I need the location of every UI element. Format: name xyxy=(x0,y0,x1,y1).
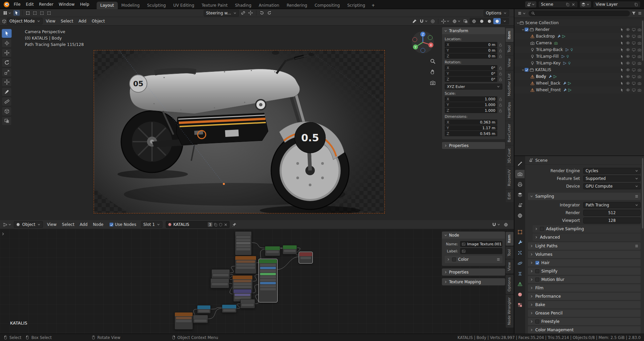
expander-icon[interactable] xyxy=(516,21,519,25)
hide-viewport-icon[interactable] xyxy=(626,34,630,38)
menu-edit[interactable]: Edit xyxy=(23,0,36,9)
panel-color-management[interactable]: Color Management xyxy=(528,326,641,334)
select-box-tool[interactable] xyxy=(2,29,12,38)
workspace-tab-compositing[interactable]: Compositing xyxy=(311,2,343,9)
axis-x-neg-ball[interactable] xyxy=(413,38,417,42)
pan-hand-icon[interactable] xyxy=(430,69,436,75)
view-layer-selector[interactable]: View Layer xyxy=(593,1,641,8)
sample-eyedropper-button[interactable] xyxy=(411,18,418,24)
feature-set-dropdown[interactable]: Supported xyxy=(583,176,641,182)
disable-viewport-icon[interactable] xyxy=(632,61,636,65)
shading-rendered-button[interactable] xyxy=(493,18,501,24)
panel-bake[interactable]: Bake xyxy=(528,301,641,308)
camera-frame[interactable]: 05 0.5 xyxy=(94,50,385,213)
panel-checkbox[interactable] xyxy=(535,320,539,324)
device-dropdown[interactable]: GPU Compute xyxy=(583,183,641,189)
material-users-count[interactable]: 3 xyxy=(208,222,213,227)
subpanel-advanced[interactable]: Advanced xyxy=(533,234,641,241)
properties-tab-render[interactable] xyxy=(515,170,525,178)
snapping-button[interactable] xyxy=(418,18,429,24)
panel-freestyle[interactable]: Freestyle xyxy=(528,318,641,325)
editor-type-button[interactable] xyxy=(2,222,12,228)
open-toolbar-icon[interactable] xyxy=(1,232,5,236)
outliner-row-body[interactable]: Body xyxy=(514,73,644,80)
selectable-icon[interactable] xyxy=(620,41,624,45)
select-mode-extend-button[interactable] xyxy=(32,10,38,16)
disable-viewport-icon[interactable] xyxy=(632,35,636,38)
panel-grease-pencil[interactable]: Grease Pencil xyxy=(528,309,641,317)
workspace-tab-shading[interactable]: Shading xyxy=(231,2,255,9)
disable-render-icon[interactable] xyxy=(638,55,641,58)
hide-viewport-icon[interactable] xyxy=(626,81,630,85)
sidebar-tab-view[interactable]: View xyxy=(506,56,513,70)
outliner-row-camera[interactable]: Camera xyxy=(514,40,644,46)
node-overlays-button[interactable] xyxy=(503,222,509,228)
transform-panel-header[interactable]: Transform xyxy=(442,27,505,34)
panel-light-paths[interactable]: Light Paths xyxy=(528,242,641,250)
hide-viewport-icon[interactable] xyxy=(626,48,630,52)
disable-render-icon[interactable] xyxy=(638,35,641,38)
navigation-gizmo[interactable]: X Y Z xyxy=(411,30,435,54)
properties-tab-object[interactable] xyxy=(515,228,525,236)
node-sidebar-tab-view[interactable]: View xyxy=(506,259,513,274)
select-mode-intersect-button[interactable] xyxy=(46,10,52,16)
shader-node-12[interactable] xyxy=(222,304,237,313)
new-material-icon[interactable] xyxy=(214,223,217,227)
viewport-menu-view[interactable]: View xyxy=(43,17,58,26)
disable-viewport-icon[interactable] xyxy=(632,28,636,32)
color-subpanel[interactable]: Color xyxy=(445,256,502,263)
integrator-dropdown[interactable]: Path Tracing xyxy=(583,202,641,208)
add-cube-tool[interactable] xyxy=(2,107,12,116)
menu-window[interactable]: Window xyxy=(56,0,77,9)
properties-tab-modifiers[interactable] xyxy=(515,238,525,247)
view-layer-browse-button[interactable] xyxy=(580,1,591,8)
texture-mapping-header[interactable]: Texture Mapping xyxy=(442,278,505,285)
properties-tab-scene[interactable] xyxy=(515,201,525,209)
outliner-scrollbar[interactable] xyxy=(642,20,643,61)
selectable-icon[interactable] xyxy=(620,88,624,92)
panel-simplify[interactable]: Simplify xyxy=(528,267,641,275)
editor-type-button[interactable] xyxy=(2,10,12,16)
options-button[interactable]: Options xyxy=(484,10,509,16)
disable-render-icon[interactable] xyxy=(638,88,641,92)
panel-performance[interactable]: Performance xyxy=(528,293,641,300)
link-toggle-button[interactable] xyxy=(240,10,246,16)
viewport-samples-field[interactable]: 128 xyxy=(583,217,641,224)
sidebar-tab-modifier-list[interactable]: Modifier List xyxy=(506,71,513,99)
disable-render-icon[interactable] xyxy=(638,61,641,65)
properties-tab-constraints[interactable] xyxy=(515,270,525,278)
lock-open-icon[interactable] xyxy=(499,72,502,76)
disable-viewport-icon[interactable] xyxy=(632,68,636,72)
new-view-layer-icon[interactable] xyxy=(634,3,638,6)
shader-menu-select[interactable]: Select xyxy=(59,220,77,229)
disable-render-icon[interactable] xyxy=(638,82,641,85)
panel-checkbox[interactable] xyxy=(535,261,539,265)
panel-film[interactable]: Film xyxy=(528,284,641,292)
selectable-icon[interactable] xyxy=(620,35,624,38)
use-nodes-label[interactable]: Use Nodes xyxy=(115,222,136,227)
expander-icon[interactable] xyxy=(522,68,525,71)
disable-viewport-icon[interactable] xyxy=(632,48,636,52)
panel-motion-blur[interactable]: Motion Blur xyxy=(528,276,641,283)
subpanel-adaptive-sampling[interactable]: Adaptive Sampling xyxy=(533,225,641,233)
properties-tab-active-tool[interactable] xyxy=(515,159,525,168)
measure-tool[interactable] xyxy=(2,97,12,106)
axis-z-neg-ball[interactable] xyxy=(421,48,425,53)
location-field-x[interactable]: X0 m xyxy=(445,42,497,47)
lock-open-icon[interactable] xyxy=(499,43,502,47)
sidebar-tab-hardops[interactable]: HardOps xyxy=(506,99,513,121)
selectable-icon[interactable] xyxy=(620,68,624,72)
dimensions-field-y[interactable]: Y1.17 m xyxy=(445,125,497,131)
sidebar-tab-3d-coat[interactable]: 3D-Coat xyxy=(506,146,513,166)
hide-viewport-icon[interactable] xyxy=(626,68,630,72)
sidebar-tab-tool[interactable]: Tool xyxy=(506,43,513,55)
selectable-icon[interactable] xyxy=(620,48,624,52)
unlink-icon[interactable] xyxy=(224,223,228,227)
panel-menu-icon[interactable] xyxy=(635,194,639,198)
scene-browse-button[interactable] xyxy=(525,1,537,8)
workspace-tab-texture-paint[interactable]: Texture Paint xyxy=(198,2,231,9)
rotate-cw-button[interactable] xyxy=(266,10,273,16)
disable-render-icon[interactable] xyxy=(638,48,641,52)
properties-tab-material[interactable] xyxy=(515,290,525,299)
rotate-ccw-button[interactable] xyxy=(259,10,265,16)
